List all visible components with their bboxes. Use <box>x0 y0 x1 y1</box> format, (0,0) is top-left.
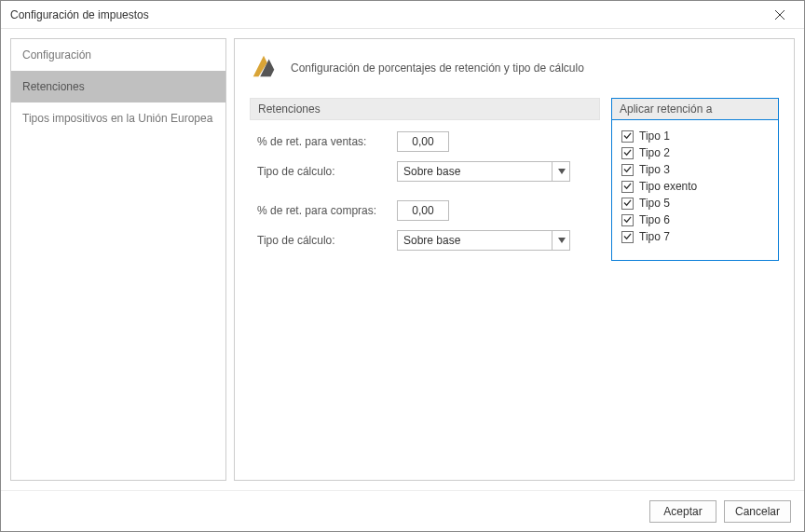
row-ret-ventas: % de ret. para ventas: <box>257 131 593 152</box>
select-tipo-calc-compras[interactable]: Sobre base <box>397 230 570 251</box>
panel-header: Configuración de porcentajes de retenció… <box>250 52 779 83</box>
sidebar: Configuración Retenciones Tipos impositi… <box>10 38 226 481</box>
dropdown-arrow <box>552 230 570 251</box>
cancel-button[interactable]: Cancelar <box>724 500 791 523</box>
check-icon <box>623 199 632 207</box>
row-ret-compras: % de ret. para compras: <box>257 200 593 221</box>
check-icon <box>623 149 632 157</box>
main-panel: Configuración de porcentajes de retenció… <box>234 38 795 481</box>
checkbox-list: Tipo 1 Tipo 2 Tipo 3 Tipo exento <box>611 119 779 261</box>
select-value-tipo-calc-compras: Sobre base <box>403 234 460 247</box>
checkbox-label: Tipo 1 <box>639 130 670 143</box>
input-ret-ventas[interactable] <box>397 131 449 152</box>
checkbox-box <box>621 164 634 176</box>
checkbox-box <box>621 198 634 210</box>
close-button[interactable] <box>763 2 797 28</box>
dialog-footer: Aceptar Cancelar <box>1 490 804 531</box>
checkbox-box <box>621 181 634 193</box>
checkbox-tipo-5[interactable]: Tipo 5 <box>621 197 769 210</box>
select-value-tipo-calc-ventas: Sobre base <box>403 165 460 178</box>
check-icon <box>623 216 632 224</box>
content-columns: Retenciones % de ret. para ventas: Tipo … <box>250 98 779 261</box>
row-tipo-calc-ventas: Tipo de cálculo: Sobre base <box>257 161 593 182</box>
window-title: Configuración de impuestos <box>10 8 763 21</box>
ok-button[interactable]: Aceptar <box>649 500 716 523</box>
check-icon <box>623 166 632 173</box>
check-icon <box>623 233 632 240</box>
label-tipo-calc-ventas: Tipo de cálculo: <box>257 165 397 178</box>
select-tipo-calc-ventas[interactable]: Sobre base <box>397 161 570 182</box>
dialog-window: Configuración de impuestos Configuración… <box>0 0 805 532</box>
checkbox-label: Tipo 7 <box>639 230 670 243</box>
group-header-retenciones: Retenciones <box>250 98 600 120</box>
checkbox-tipo-6[interactable]: Tipo 6 <box>621 213 769 226</box>
check-icon <box>623 183 632 190</box>
sidebar-item-configuracion[interactable]: Configuración <box>11 39 225 71</box>
form-area: % de ret. para ventas: Tipo de cálculo: … <box>250 120 600 251</box>
input-ret-compras[interactable] <box>397 200 449 221</box>
dialog-body: Configuración Retenciones Tipos impositi… <box>1 29 804 490</box>
check-icon <box>623 132 632 140</box>
checkbox-label: Tipo 5 <box>639 197 670 210</box>
row-tipo-calc-compras: Tipo de cálculo: Sobre base <box>257 230 593 251</box>
checkbox-label: Tipo 3 <box>639 163 670 176</box>
aplicar-column: Aplicar retención a Tipo 1 Tipo 2 Tip <box>611 98 779 261</box>
chevron-down-icon <box>558 238 566 243</box>
checkbox-tipo-3[interactable]: Tipo 3 <box>621 163 769 176</box>
checkbox-label: Tipo 6 <box>639 213 670 226</box>
agency-icon <box>250 52 278 83</box>
sidebar-item-tipos-ue[interactable]: Tipos impositivos en la Unión Europea <box>11 102 225 134</box>
checkbox-label: Tipo exento <box>639 180 697 193</box>
checkbox-box <box>621 130 634 143</box>
checkbox-tipo-7[interactable]: Tipo 7 <box>621 230 769 243</box>
titlebar: Configuración de impuestos <box>1 1 804 29</box>
retenciones-column: Retenciones % de ret. para ventas: Tipo … <box>250 98 600 260</box>
label-ret-ventas: % de ret. para ventas: <box>257 135 397 148</box>
checkbox-label: Tipo 2 <box>639 146 670 159</box>
dropdown-arrow <box>552 161 570 182</box>
checkbox-box <box>621 147 634 159</box>
checkbox-tipo-exento[interactable]: Tipo exento <box>621 180 769 193</box>
label-tipo-calc-compras: Tipo de cálculo: <box>257 234 397 247</box>
group-header-aplicar: Aplicar retención a <box>611 98 779 119</box>
checkbox-tipo-1[interactable]: Tipo 1 <box>621 130 769 143</box>
checkbox-box <box>621 214 634 226</box>
sidebar-item-retenciones[interactable]: Retenciones <box>11 71 225 102</box>
checkbox-box <box>621 231 634 243</box>
label-ret-compras: % de ret. para compras: <box>257 204 397 217</box>
checkbox-tipo-2[interactable]: Tipo 2 <box>621 146 769 159</box>
panel-subtitle: Configuración de porcentajes de retenció… <box>291 61 584 75</box>
chevron-down-icon <box>558 169 566 174</box>
close-icon <box>775 10 785 20</box>
